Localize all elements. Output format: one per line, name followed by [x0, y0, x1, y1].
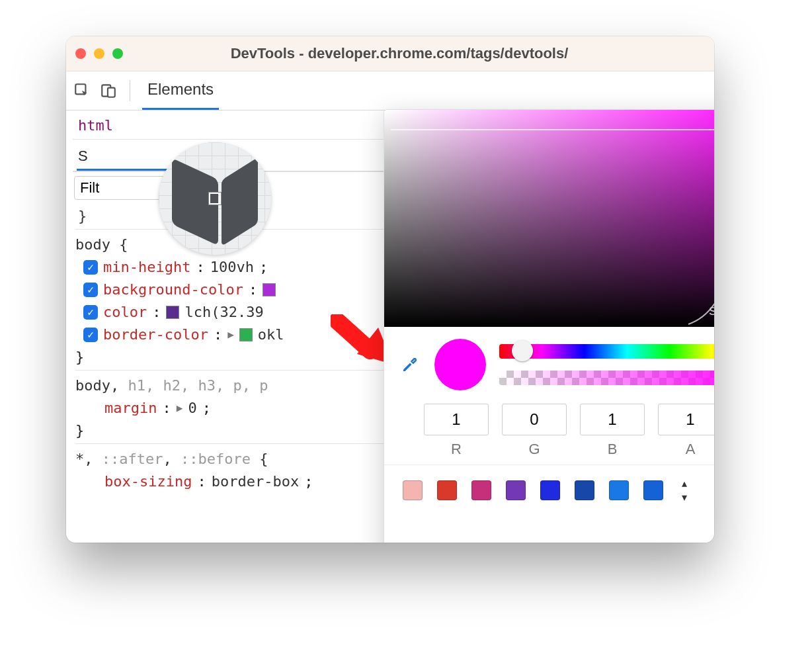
device-toolbar-icon[interactable]	[99, 81, 118, 100]
prop-value[interactable]: lch(32.39	[184, 301, 263, 324]
channel-b-input[interactable]	[580, 404, 645, 435]
chevron-up-icon: ▴	[682, 477, 687, 490]
palette-swatch[interactable]	[540, 480, 560, 500]
rgba-inputs: R G B A ▴▾	[384, 397, 714, 461]
checkbox-icon[interactable]: ✓	[83, 283, 98, 297]
current-color-swatch[interactable]	[434, 339, 486, 390]
selector-part: ,	[163, 451, 181, 467]
toolbar-divider	[130, 80, 130, 101]
selector-part: body,	[75, 377, 128, 394]
channel-r-input[interactable]	[424, 404, 489, 435]
devtools-toolbar: Elements	[66, 71, 714, 111]
picker-controls	[384, 327, 714, 397]
window-traffic-lights	[75, 48, 123, 59]
window-zoom-button[interactable]	[112, 48, 123, 59]
eyedropper-loupe[interactable]	[159, 142, 271, 255]
eyedropper-button[interactable]	[399, 353, 421, 376]
palette-swatch[interactable]	[609, 480, 629, 500]
hue-slider-thumb[interactable]	[512, 340, 533, 361]
color-picker-panel: sRGB R	[384, 109, 714, 543]
prop-value[interactable]: 100vh	[210, 256, 254, 279]
palette-swatch[interactable]	[437, 480, 457, 500]
tab-elements[interactable]: Elements	[142, 72, 219, 110]
channel-label: A	[658, 441, 714, 458]
prop-name[interactable]: border-color	[103, 324, 208, 346]
checkbox-icon[interactable]: ✓	[83, 260, 98, 275]
color-swatch[interactable]	[239, 328, 253, 341]
prop-name[interactable]: box-sizing	[104, 470, 192, 493]
checkbox-icon[interactable]: ✓	[83, 328, 98, 342]
devtools-window: DevTools - developer.chrome.com/tags/dev…	[66, 36, 714, 543]
hue-slider[interactable]	[499, 344, 714, 359]
window-minimize-button[interactable]	[94, 48, 104, 59]
inspect-element-icon[interactable]	[73, 81, 91, 100]
prop-value[interactable]: border-box	[212, 470, 299, 493]
disclose-icon[interactable]: ▶	[177, 397, 183, 420]
prop-name[interactable]: margin	[104, 397, 157, 420]
palette-swatch[interactable]	[575, 480, 594, 500]
picker-sliders	[499, 344, 714, 385]
palette-swatches: ▴▾	[384, 465, 714, 515]
channel-label: R	[424, 441, 489, 458]
prop-name[interactable]: background-color	[103, 279, 243, 301]
window-close-button[interactable]	[75, 48, 86, 59]
alpha-slider[interactable]	[499, 371, 714, 385]
gamut-label: sRGB	[709, 302, 714, 319]
palette-swatch[interactable]	[643, 480, 663, 500]
channel-label: G	[502, 441, 567, 458]
channel-label: B	[580, 441, 645, 458]
loupe-target-pixel	[209, 193, 221, 204]
color-swatch[interactable]	[166, 306, 179, 319]
disclose-icon[interactable]: ▶	[227, 324, 234, 346]
prop-value[interactable]: okl	[258, 324, 284, 346]
selector-part: ::before	[181, 451, 251, 467]
selector-part: *,	[75, 451, 102, 467]
channel-g-input[interactable]	[502, 404, 567, 435]
channel-a-input[interactable]	[658, 404, 714, 435]
selector-part: {	[251, 451, 268, 467]
color-swatch[interactable]	[263, 283, 276, 296]
checkbox-icon[interactable]: ✓	[83, 305, 98, 320]
window-title: DevTools - developer.chrome.com/tags/dev…	[134, 45, 665, 62]
prop-name[interactable]: color	[103, 301, 147, 324]
svg-rect-2	[108, 88, 115, 97]
palette-swatch[interactable]	[506, 480, 526, 500]
chevron-down-icon: ▾	[682, 491, 687, 504]
palette-stepper[interactable]: ▴▾	[682, 477, 687, 504]
prop-value[interactable]: 0	[188, 397, 196, 420]
selector-part: ::after	[102, 451, 163, 467]
subtab-label: S	[78, 148, 88, 164]
palette-swatch[interactable]	[471, 480, 491, 500]
color-spectrum[interactable]: sRGB	[384, 110, 714, 327]
prop-name[interactable]: min-height	[103, 256, 190, 279]
selector-part: h1, h2, h3, p, p	[128, 377, 268, 394]
window-titlebar: DevTools - developer.chrome.com/tags/dev…	[66, 36, 714, 71]
palette-swatch[interactable]	[403, 480, 423, 500]
